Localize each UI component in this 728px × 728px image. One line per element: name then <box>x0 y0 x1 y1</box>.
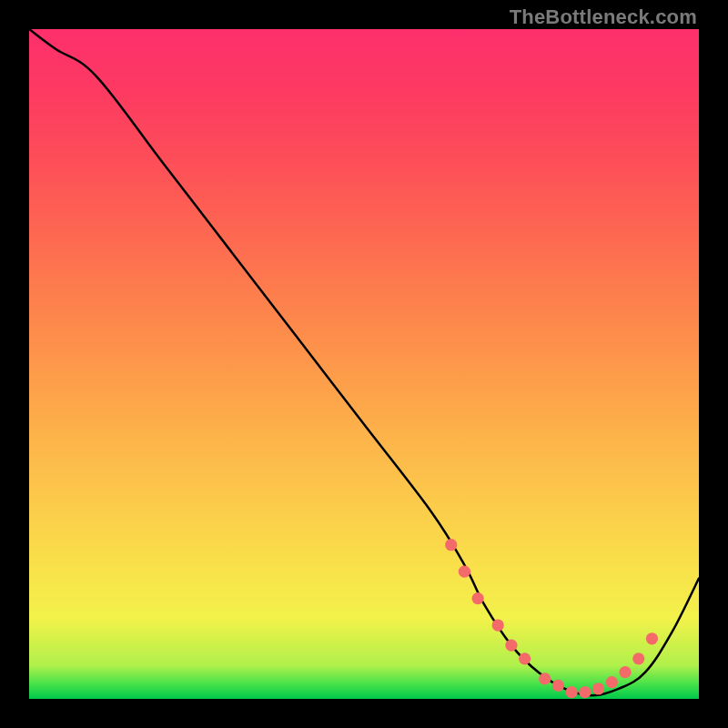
marker-dot <box>579 686 591 698</box>
marker-dot <box>592 682 604 694</box>
curve-markers <box>445 539 658 698</box>
chart-svg <box>29 29 699 699</box>
marker-dot <box>619 666 631 678</box>
bottleneck-curve <box>29 29 699 695</box>
marker-dot <box>459 566 470 578</box>
marker-dot <box>492 619 504 631</box>
marker-dot <box>566 686 578 698</box>
marker-dot <box>539 672 551 684</box>
watermark-text: TheBottleneck.com <box>510 5 697 29</box>
marker-dot <box>471 592 483 604</box>
marker-dot <box>445 539 457 551</box>
plot-area <box>29 29 699 699</box>
marker-dot <box>552 680 564 692</box>
chart-stage: TheBottleneck.com <box>0 0 728 728</box>
marker-dot <box>632 652 644 664</box>
marker-dot <box>606 676 618 688</box>
marker-dot <box>505 639 517 651</box>
marker-dot <box>646 632 658 644</box>
marker-dot <box>519 652 531 664</box>
